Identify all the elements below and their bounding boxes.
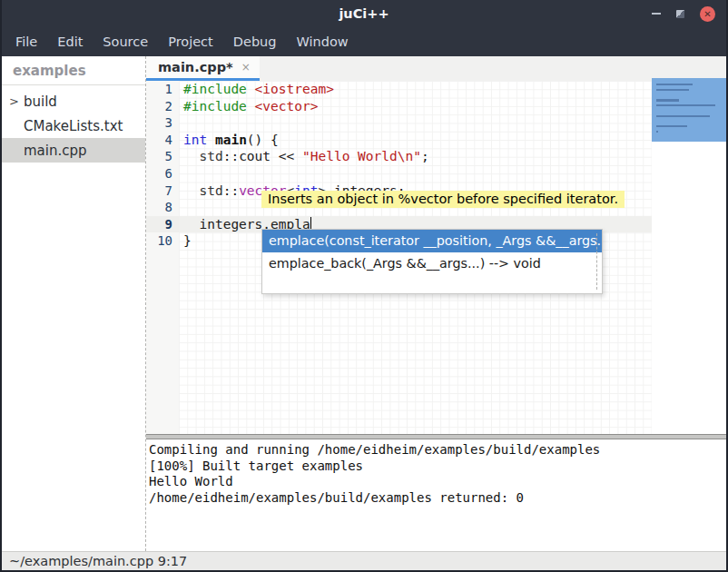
minimap[interactable] xyxy=(652,81,726,434)
minimap-line xyxy=(656,131,658,133)
minimap-line xyxy=(656,104,715,106)
app-window: juCi++ ✕ FileEditSourceProjectDebugWindo… xyxy=(0,0,728,572)
terminal-line: Compiling and running /home/eidheim/exam… xyxy=(149,442,726,459)
restore-icon[interactable] xyxy=(676,10,684,18)
menu-item-edit[interactable]: Edit xyxy=(47,27,93,56)
window-controls: ✕ xyxy=(652,0,715,27)
terminal-output[interactable]: Compiling and running /home/eidheim/exam… xyxy=(146,439,726,551)
doc-tooltip: Inserts an object in %vector before spec… xyxy=(261,191,625,208)
sidebar: examples >buildCMakeLists.txtmain.cpp xyxy=(2,56,146,551)
tree-item-label: build xyxy=(24,94,57,110)
minimap-line xyxy=(656,99,679,101)
minimap-line xyxy=(656,89,689,91)
menubar: FileEditSourceProjectDebugWindow xyxy=(2,27,726,56)
menu-item-source[interactable]: Source xyxy=(93,27,158,56)
line-number: 4 xyxy=(146,132,179,149)
code-line: #include <vector> xyxy=(179,98,652,115)
line-number: 10 xyxy=(146,232,179,250)
code-line: #include <iostream> xyxy=(179,81,652,98)
terminal-line: /home/eidheim/examples/build/examples re… xyxy=(149,490,726,507)
terminal-line: Hello World xyxy=(149,474,726,490)
line-number: 8 xyxy=(146,199,179,216)
file-tree: >buildCMakeLists.txtmain.cpp xyxy=(2,85,145,163)
code-line: int main() { xyxy=(179,132,652,149)
tree-item-label: main.cpp xyxy=(24,143,87,159)
menu-item-project[interactable]: Project xyxy=(158,27,223,56)
code-line xyxy=(179,114,652,132)
titlebar[interactable]: juCi++ ✕ xyxy=(2,0,726,27)
autocomplete-popup: emplace(const_iterator __position, _Args… xyxy=(261,229,603,294)
autocomplete-list: emplace(const_iterator __position, _Args… xyxy=(262,230,602,275)
line-number-gutter: 12345678910 xyxy=(146,81,179,434)
main-area: examples >buildCMakeLists.txtmain.cpp ma… xyxy=(2,56,726,551)
line-number: 5 xyxy=(146,148,179,165)
line-number: 9 xyxy=(146,216,179,233)
minimap-line xyxy=(656,84,693,85)
line-number: 7 xyxy=(146,182,179,200)
tabbar: main.cpp* × xyxy=(146,56,726,81)
statusbar: ~/examples/main.cpp 9:17 xyxy=(2,551,726,570)
menu-item-file[interactable]: File xyxy=(5,27,47,56)
minimap-line xyxy=(656,110,726,112)
line-number: 3 xyxy=(146,114,179,132)
chevron-right-icon[interactable]: > xyxy=(9,94,23,108)
sidebar-item-cmakelists-txt[interactable]: CMakeLists.txt xyxy=(2,113,145,138)
sidebar-item-build[interactable]: >build xyxy=(2,89,145,113)
tab-main-cpp[interactable]: main.cpp* × xyxy=(146,56,260,81)
code-line xyxy=(179,165,652,182)
autocomplete-item[interactable]: emplace_back(_Args &&__args...) --> void xyxy=(262,252,602,275)
menu-item-debug[interactable]: Debug xyxy=(223,27,287,56)
code-line: std::cout << "Hello World\n"; xyxy=(179,148,652,165)
editor-pane: main.cpp* × 12345678910 #include <iostre… xyxy=(146,56,726,551)
line-number: 1 xyxy=(146,81,179,98)
minimap-line xyxy=(656,125,687,127)
minimap-line xyxy=(656,115,710,117)
menu-item-window[interactable]: Window xyxy=(286,27,358,56)
project-name: examples xyxy=(2,56,145,85)
popup-scrollbar[interactable] xyxy=(596,233,597,290)
autocomplete-item[interactable]: emplace(const_iterator __position, _Args… xyxy=(262,230,602,252)
tab-close-icon[interactable]: × xyxy=(241,61,251,74)
window-title: juCi++ xyxy=(2,0,726,27)
line-number: 6 xyxy=(146,165,179,182)
line-number: 2 xyxy=(146,98,179,115)
minimize-icon[interactable] xyxy=(652,13,661,15)
minimap-line xyxy=(656,120,726,122)
tree-item-label: CMakeLists.txt xyxy=(24,118,123,134)
terminal-line: [100%] Built target examples xyxy=(149,459,726,475)
close-icon[interactable]: ✕ xyxy=(700,6,715,22)
statusbar-path: ~/examples/main.cpp 9:17 xyxy=(9,554,187,568)
sidebar-item-main-cpp[interactable]: main.cpp xyxy=(2,138,145,163)
tab-label: main.cpp* xyxy=(158,60,233,74)
minimap-line xyxy=(656,94,726,96)
minimap-viewport[interactable] xyxy=(652,78,726,142)
